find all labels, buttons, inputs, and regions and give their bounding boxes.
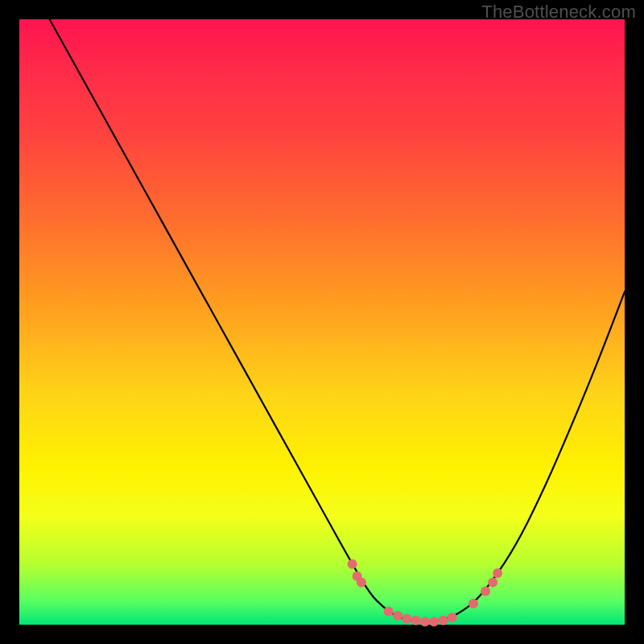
sweet-spot-dot <box>438 616 448 625</box>
sweet-spot-dot <box>420 617 430 626</box>
sweet-spot-dot <box>493 568 502 578</box>
sweet-spot-dot <box>348 559 357 569</box>
bottleneck-chart-svg <box>19 19 625 625</box>
sweet-spot-dot <box>448 613 457 622</box>
sweet-spot-dot <box>488 577 497 587</box>
curve-layer <box>50 19 625 621</box>
sweet-spot-dot <box>384 607 394 617</box>
sweet-spot-dot <box>393 611 402 621</box>
sweet-spot-dot <box>469 599 478 609</box>
watermark-label: TheBottleneck.com <box>481 2 636 23</box>
sweet-spot-dot <box>481 587 490 597</box>
chart-frame: TheBottleneck.com <box>0 0 644 644</box>
bottleneck-curve <box>50 19 625 621</box>
sweet-spot-dot <box>357 577 366 587</box>
sweet-spot-dot <box>402 614 411 624</box>
sweet-spot-dot <box>411 616 421 625</box>
plot-area <box>19 19 625 625</box>
sweet-spot-dot <box>429 617 439 626</box>
